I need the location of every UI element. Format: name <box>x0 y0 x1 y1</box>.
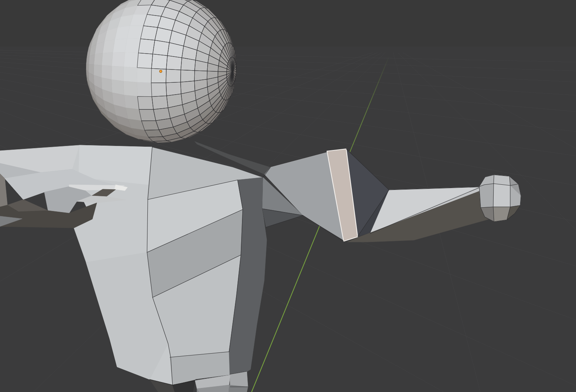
head-face[interactable] <box>151 83 167 97</box>
head-face[interactable] <box>113 38 127 52</box>
head-face[interactable] <box>123 81 137 96</box>
head-face[interactable] <box>137 82 152 97</box>
head-face[interactable] <box>166 82 181 96</box>
blender-viewport[interactable] <box>0 0 576 392</box>
head-face[interactable] <box>124 52 139 68</box>
head-face[interactable] <box>125 38 140 53</box>
head-face[interactable] <box>112 52 125 67</box>
head-face[interactable] <box>181 70 195 82</box>
head-face[interactable] <box>153 40 169 56</box>
viewport-3d-scene[interactable] <box>0 0 576 392</box>
head-face[interactable] <box>166 56 182 70</box>
head-face[interactable] <box>102 65 112 80</box>
head-face[interactable] <box>89 54 95 65</box>
head-face[interactable] <box>151 54 167 69</box>
head-face[interactable] <box>102 52 113 66</box>
head-face[interactable] <box>166 69 181 83</box>
head-face[interactable] <box>112 66 124 81</box>
mesh-face-fist-mid-mid[interactable] <box>493 184 510 207</box>
head-face[interactable] <box>124 95 139 109</box>
head-face[interactable] <box>139 39 155 54</box>
background-sky <box>0 0 576 47</box>
mesh-face-fist-mid-left[interactable] <box>479 184 494 208</box>
head-face[interactable] <box>137 68 151 83</box>
head-face[interactable] <box>151 68 166 83</box>
head-face[interactable] <box>94 53 103 65</box>
head-face[interactable] <box>152 96 168 109</box>
head-face[interactable] <box>137 53 153 68</box>
head-face[interactable] <box>137 96 153 109</box>
head-face[interactable] <box>139 109 156 121</box>
selected-vertex[interactable] <box>159 70 162 72</box>
head-face[interactable] <box>123 67 137 82</box>
